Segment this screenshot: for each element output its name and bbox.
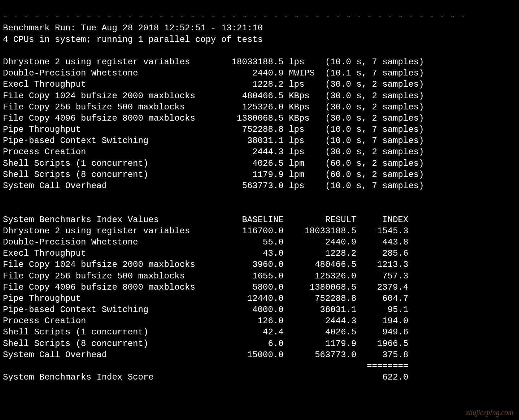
- divider-line: - - - - - - - - - - - - - - - - - - - - …: [3, 12, 466, 22]
- benchmark-run-line: Benchmark Run: Tue Aug 28 2018 12:52:51 …: [3, 23, 263, 33]
- cpu-line: 4 CPUs in system; running 1 parallel cop…: [3, 35, 263, 44]
- tests-block: Dhrystone 2 using register variables 180…: [3, 56, 516, 191]
- terminal-output: - - - - - - - - - - - - - - - - - - - - …: [0, 0, 519, 394]
- index-block: System Benchmarks Index Values BASELINE …: [3, 214, 516, 383]
